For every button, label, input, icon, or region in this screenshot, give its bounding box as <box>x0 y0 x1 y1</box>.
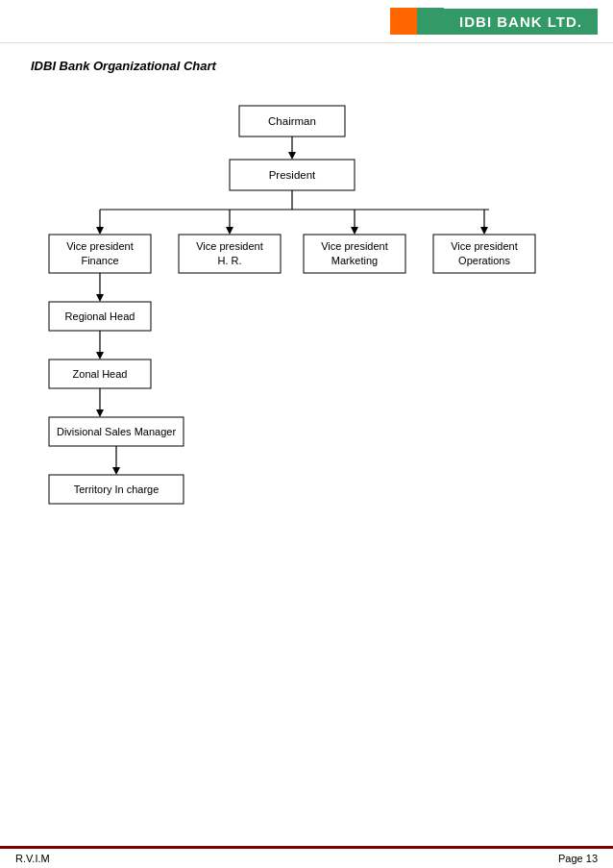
header: IDBI BANK LTD. <box>0 0 613 43</box>
svg-marker-26 <box>96 352 104 360</box>
footer: R.V.I.M Page 13 <box>0 846 613 868</box>
svg-marker-9 <box>226 227 233 235</box>
svg-marker-2 <box>288 152 296 160</box>
svg-marker-7 <box>96 227 104 235</box>
vp-hr-label: Vice president <box>196 240 263 252</box>
svg-text:Operations: Operations <box>458 255 510 266</box>
svg-text:Finance: Finance <box>81 255 118 266</box>
svg-marker-23 <box>96 294 104 302</box>
logo-green-block <box>417 8 444 35</box>
footer-right: Page 13 <box>558 853 598 864</box>
page-title: IDBI Bank Organizational Chart <box>0 43 613 81</box>
vp-marketing-label: Vice president <box>321 240 388 252</box>
regional-head-label: Regional Head <box>65 310 135 322</box>
territory-in-charge-label: Territory In charge <box>74 484 159 495</box>
footer-left: R.V.I.M <box>15 853 50 864</box>
chairman-label: Chairman <box>268 115 316 127</box>
svg-text:H. R.: H. R. <box>217 255 241 266</box>
divisional-sales-manager-label: Divisional Sales Manager <box>57 426 176 437</box>
president-label: President <box>269 169 316 181</box>
svg-marker-29 <box>96 409 104 417</box>
org-chart: Chairman President Vice president Financ… <box>0 81 613 583</box>
svg-marker-11 <box>351 227 358 235</box>
bank-name: IDBI BANK LTD. <box>444 9 598 35</box>
svg-marker-32 <box>112 467 120 475</box>
header-logo: IDBI BANK LTD. <box>390 8 598 35</box>
svg-marker-13 <box>480 227 488 235</box>
svg-text:Marketing: Marketing <box>331 255 378 266</box>
vp-operations-label: Vice president <box>451 240 518 252</box>
zonal-head-label: Zonal Head <box>73 368 128 380</box>
vp-finance-label: Vice president <box>66 240 134 252</box>
org-chart-svg: Chairman President Vice president Financ… <box>28 96 585 567</box>
logo-orange-block <box>390 8 417 35</box>
